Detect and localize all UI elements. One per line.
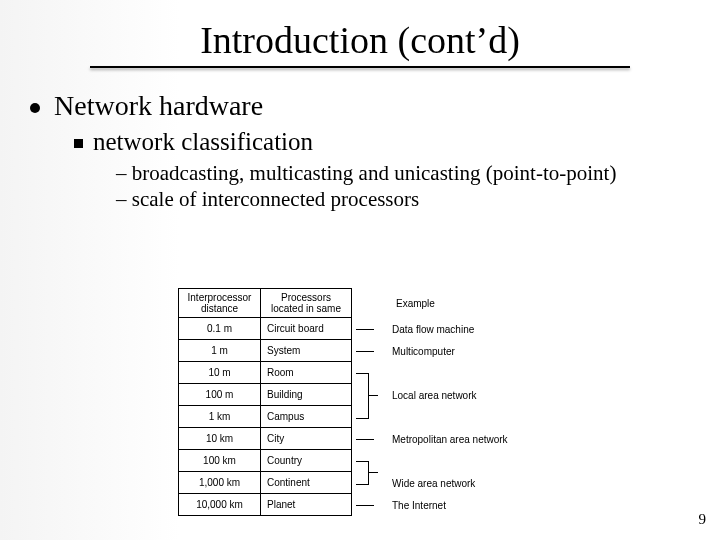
cell-example: [388, 406, 578, 428]
content-area: Network hardware network classification …: [0, 68, 720, 213]
cell-example: [388, 362, 578, 384]
cell-example: Wide area network: [388, 472, 578, 494]
cell-example: Data flow machine: [388, 318, 578, 340]
cell-distance: 100 km: [178, 450, 260, 472]
table-row: 10,000 km Planet The Internet: [178, 494, 578, 516]
cell-connector: [352, 494, 388, 516]
table-row: 100 m Building Local area network: [178, 384, 578, 406]
table-row: 1,000 km Continent Wide area network: [178, 472, 578, 494]
cell-location: Country: [260, 450, 352, 472]
table-row: 100 km Country: [178, 450, 578, 472]
cell-location: Planet: [260, 494, 352, 516]
cell-distance: 10,000 km: [178, 494, 260, 516]
cell-location: Campus: [260, 406, 352, 428]
header-distance: Interprocessor distance: [178, 288, 260, 318]
cell-distance: 1 km: [178, 406, 260, 428]
table-row: 10 m Room: [178, 362, 578, 384]
cell-location: City: [260, 428, 352, 450]
cell-connector: [352, 362, 388, 384]
header-spacer: [352, 288, 392, 318]
table-header-row: Interprocessor distance Processors locat…: [178, 288, 578, 318]
cell-location: Circuit board: [260, 318, 352, 340]
cell-connector: [352, 318, 388, 340]
slide-title: Introduction (cont’d): [0, 0, 720, 62]
cell-connector: [352, 406, 388, 428]
cell-connector: [352, 340, 388, 362]
cell-distance: 10 km: [178, 428, 260, 450]
header-example: Example: [392, 288, 578, 318]
cell-connector: [352, 428, 388, 450]
cell-location: Continent: [260, 472, 352, 494]
table-row: 10 km City Metropolitan area network: [178, 428, 578, 450]
cell-distance: 100 m: [178, 384, 260, 406]
cell-distance: 1 m: [178, 340, 260, 362]
page-number: 9: [699, 511, 707, 528]
cell-location: Building: [260, 384, 352, 406]
bullet-level2: network classification: [74, 128, 690, 156]
cell-location: Room: [260, 362, 352, 384]
table-row: 0.1 m Circuit board Data flow machine: [178, 318, 578, 340]
cell-example: Metropolitan area network: [388, 428, 578, 450]
cell-distance: 0.1 m: [178, 318, 260, 340]
lvl1-text: Network hardware: [54, 90, 263, 122]
cell-example: [388, 450, 578, 472]
lvl2-text: network classification: [93, 128, 313, 156]
header-location: Processors located in same: [260, 288, 352, 318]
table-row: 1 m System Multicomputer: [178, 340, 578, 362]
scale-table: Interprocessor distance Processors locat…: [178, 288, 578, 516]
cell-location: System: [260, 340, 352, 362]
bullet-level3-a: – broadcasting, multicasting and unicast…: [116, 160, 690, 186]
cell-connector: [352, 450, 388, 472]
cell-distance: 10 m: [178, 362, 260, 384]
disc-bullet-icon: [30, 103, 40, 113]
bullet-level1: Network hardware: [30, 90, 690, 122]
cell-example: Multicomputer: [388, 340, 578, 362]
table-row: 1 km Campus: [178, 406, 578, 428]
cell-connector: [352, 384, 388, 406]
cell-connector: [352, 472, 388, 494]
cell-example: Local area network: [388, 384, 578, 406]
cell-distance: 1,000 km: [178, 472, 260, 494]
cell-example: The Internet: [388, 494, 578, 516]
bullet-level3-b: – scale of interconnected processors: [116, 186, 690, 212]
square-bullet-icon: [74, 139, 83, 148]
